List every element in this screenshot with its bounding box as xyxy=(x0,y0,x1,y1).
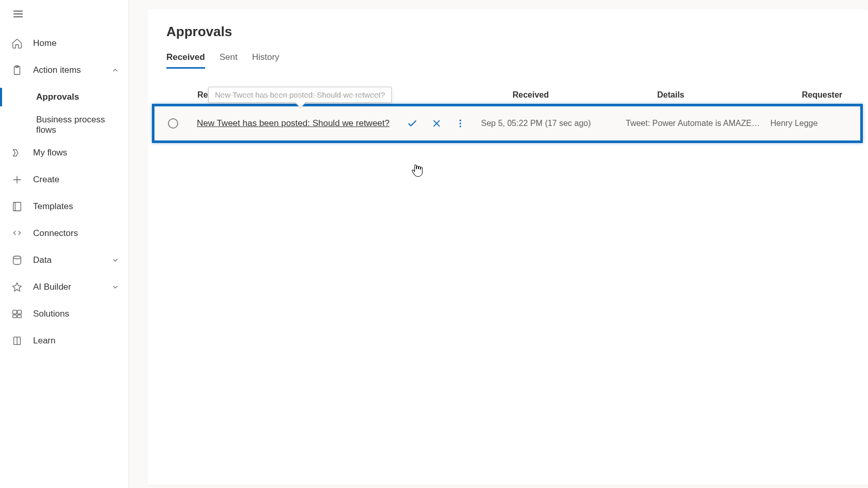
ai-icon xyxy=(11,281,23,293)
approve-icon[interactable] xyxy=(407,118,418,129)
column-requester[interactable]: Requester xyxy=(802,90,849,100)
sidebar-item-approvals[interactable]: Approvals xyxy=(0,84,129,111)
sidebar-item-home[interactable]: Home xyxy=(0,30,129,57)
svg-rect-7 xyxy=(18,315,21,318)
sidebar-item-label: Business process flows xyxy=(36,115,119,135)
row-requester-cell: Henry Legge xyxy=(770,119,850,128)
svg-rect-4 xyxy=(13,310,17,314)
more-vertical-icon[interactable] xyxy=(455,118,466,129)
sidebar-item-label: Templates xyxy=(33,201,73,212)
sidebar-item-bpf[interactable]: Business process flows xyxy=(0,111,129,139)
reject-icon[interactable] xyxy=(431,118,442,129)
flow-icon xyxy=(11,147,23,159)
sidebar-item-label: My flows xyxy=(33,148,67,158)
sidebar-item-label: Home xyxy=(33,38,56,49)
table-row[interactable]: New Tweet has been posted: Should we ret… xyxy=(152,104,863,143)
sidebar-item-my-flows[interactable]: My flows xyxy=(0,139,129,166)
sidebar-item-learn[interactable]: Learn xyxy=(0,327,129,354)
sidebar-item-ai-builder[interactable]: AI Builder xyxy=(0,274,129,301)
clipboard-icon xyxy=(11,65,23,76)
sidebar-item-label: AI Builder xyxy=(33,282,71,292)
tab-history[interactable]: History xyxy=(252,50,280,69)
sidebar-item-create[interactable]: Create xyxy=(0,166,129,193)
solutions-icon xyxy=(11,308,23,320)
sidebar: Home Action items Approvals Business pro… xyxy=(0,0,129,488)
sidebar-item-templates[interactable]: Templates xyxy=(0,193,129,220)
approvals-table: Request Received Details Requester New T… xyxy=(148,90,868,143)
sidebar-item-label: Create xyxy=(33,175,59,185)
svg-point-3 xyxy=(13,256,21,259)
row-received-cell: Sep 5, 05:22 PM (17 sec ago) xyxy=(481,119,626,128)
plus-icon xyxy=(11,174,23,185)
chevron-down-icon xyxy=(111,256,119,264)
svg-point-10 xyxy=(459,122,461,124)
book-icon xyxy=(11,335,23,347)
connectors-icon xyxy=(11,228,23,239)
home-icon xyxy=(11,38,23,49)
column-received[interactable]: Received xyxy=(513,90,657,100)
sidebar-item-connectors[interactable]: Connectors xyxy=(0,220,129,247)
svg-point-11 xyxy=(459,125,461,127)
templates-icon xyxy=(11,201,23,212)
svg-rect-5 xyxy=(18,310,21,314)
tabs: Received Sent History xyxy=(148,50,868,69)
sidebar-item-label: Learn xyxy=(33,336,55,346)
sidebar-item-label: Data xyxy=(33,255,52,265)
column-details[interactable]: Details xyxy=(657,90,802,100)
sidebar-item-solutions[interactable]: Solutions xyxy=(0,301,129,327)
tab-label: Sent xyxy=(220,52,238,62)
svg-point-9 xyxy=(459,120,461,121)
sidebar-item-label: Action items xyxy=(33,65,81,75)
sidebar-item-label: Connectors xyxy=(33,228,78,239)
chevron-up-icon xyxy=(111,66,119,74)
content-card: Approvals Received Sent History Request … xyxy=(148,9,868,485)
main-content: Approvals Received Sent History Request … xyxy=(129,0,868,488)
sidebar-item-label: Solutions xyxy=(33,309,69,319)
row-details-cell: Tweet: Power Automate is AMAZEBA… xyxy=(626,119,770,128)
tab-label: Received xyxy=(166,52,205,62)
sidebar-item-action-items[interactable]: Action items xyxy=(0,57,129,84)
page-title: Approvals xyxy=(148,24,868,50)
tab-label: History xyxy=(252,52,280,62)
tab-received[interactable]: Received xyxy=(166,50,205,69)
tab-sent[interactable]: Sent xyxy=(220,50,238,69)
sidebar-item-data[interactable]: Data xyxy=(0,247,129,274)
svg-rect-2 xyxy=(13,202,21,211)
row-select-radio[interactable] xyxy=(168,118,178,129)
sidebar-item-label: Approvals xyxy=(36,92,79,102)
chevron-down-icon xyxy=(111,283,119,291)
svg-rect-6 xyxy=(13,315,17,318)
tooltip: New Tweet has been posted: Should we ret… xyxy=(208,87,392,103)
hamburger-icon xyxy=(12,8,24,20)
request-title-link[interactable]: New Tweet has been posted: Should we ret… xyxy=(197,118,390,129)
sidebar-toggle[interactable] xyxy=(0,3,129,30)
data-icon xyxy=(11,255,23,266)
